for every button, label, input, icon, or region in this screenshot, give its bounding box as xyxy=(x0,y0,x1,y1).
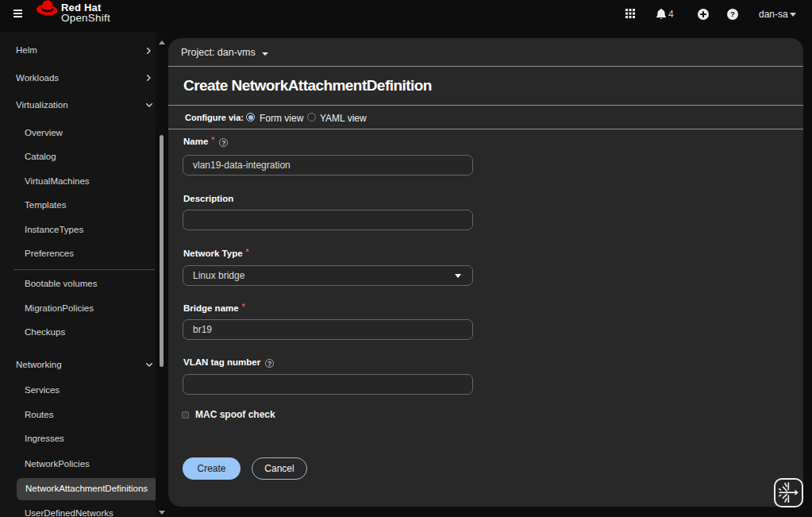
svg-text:?: ? xyxy=(730,10,735,18)
